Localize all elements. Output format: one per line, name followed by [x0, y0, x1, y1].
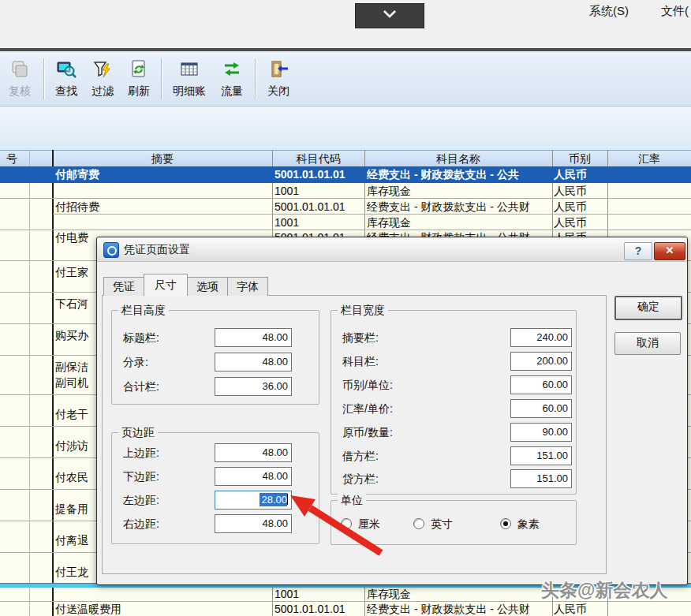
table-row-stub[interactable]: 购买办	[55, 329, 96, 343]
field-label: 币别/单位:	[342, 379, 393, 393]
toolbar-separator	[43, 58, 44, 99]
tab-options[interactable]: 选项	[187, 277, 228, 296]
radio-label[interactable]: 厘米	[358, 517, 380, 532]
right-margin-field[interactable]: 48.00	[215, 514, 292, 533]
field-label: 标题栏:	[123, 331, 159, 345]
refresh-icon	[129, 59, 149, 83]
col-header-account-code: 科目代码	[272, 152, 364, 166]
ok-button[interactable]: 确定	[614, 296, 682, 320]
collapse-dropdown-button[interactable]	[355, 3, 424, 28]
radio-label[interactable]: 英寸	[431, 517, 453, 532]
app-window: 系统(S) 文件( 复核 查找 过滤 刷新	[0, 0, 691, 616]
toolbar-separator	[255, 58, 256, 99]
col-header-number: 号	[0, 152, 24, 166]
field-label: 贷方栏:	[342, 472, 379, 487]
tab-voucher[interactable]: 凭证	[103, 277, 144, 296]
table-row-stub[interactable]: 付王家	[55, 266, 96, 280]
entry-height-field[interactable]: 48.00	[215, 353, 292, 371]
find-button[interactable]: 查找	[48, 55, 84, 103]
dialog-tabs: 凭证 尺寸 选项 字体	[103, 274, 267, 296]
bottom-margin-field[interactable]: 48.00	[215, 467, 292, 486]
exit-door-icon	[268, 59, 289, 83]
menu-file[interactable]: 文件(	[661, 4, 689, 19]
radio-inch[interactable]	[413, 518, 424, 529]
toolbar-lower-strip	[0, 106, 691, 150]
menu-system[interactable]: 系统(S)	[589, 4, 629, 19]
table-row-stub[interactable]: 副司机	[55, 376, 96, 390]
close-view-button[interactable]: 关闭	[260, 55, 297, 103]
radio-pixel[interactable]	[500, 518, 511, 529]
refresh-button[interactable]: 刷新	[121, 55, 157, 103]
col-header-exchange-rate: 汇率	[607, 152, 691, 166]
table-row-stub[interactable]: 付涉访	[55, 439, 96, 454]
group-legend: 页边距	[118, 426, 158, 440]
ledger-grid-icon	[179, 59, 200, 83]
field-label: 汇率/单价:	[342, 402, 393, 416]
field-label: 分录:	[123, 356, 148, 370]
title-menu-bar: 系统(S) 文件(	[0, 0, 691, 48]
cell-currency: 人民币	[554, 603, 606, 616]
table-header-row: 号 摘要 科目代码 科目名称 币别 汇率	[0, 150, 691, 168]
cashflow-button[interactable]: 流量	[213, 55, 251, 103]
dialog-titlebar[interactable]: 凭证页面设置 ? ✕	[97, 237, 687, 262]
table-row-stub[interactable]: 提备用	[55, 502, 96, 517]
group-legend: 单位	[338, 494, 366, 508]
window-divider	[0, 48, 691, 51]
currency-unit-width-field[interactable]: 60.00	[510, 375, 572, 394]
table-row-selected[interactable]: 付邮寄费 5001.01.01.01 经费支出 - 财政拨款支出 - 公共 人民…	[0, 166, 691, 183]
cell-account-code: 1001	[275, 216, 363, 229]
debit-width-field[interactable]: 151.00	[510, 446, 572, 465]
cell-currency: 人民币	[554, 185, 606, 199]
total-bar-height-field[interactable]: 36.00	[215, 377, 292, 396]
cell-account-code: 1001	[275, 588, 363, 600]
toolbar-separator	[161, 58, 162, 99]
page-margin-group: 页边距 上边距: 48.00 下边距: 48.00 左边距: 28.00 右边距…	[111, 432, 319, 544]
cell-summary: 付邮寄费	[55, 168, 268, 182]
column-width-group: 栏目宽度 摘要栏: 240.00 科目栏: 200.00 币别/单位: 60.0…	[331, 310, 577, 495]
cancel-button[interactable]: 取消	[614, 332, 681, 355]
left-margin-field[interactable]: 28.00	[215, 491, 292, 510]
grid-line	[52, 150, 54, 616]
cell-summary: 付送温暖费用	[55, 603, 268, 616]
field-label: 下边距:	[123, 470, 159, 484]
table-row-stub[interactable]: 付王龙	[55, 566, 96, 580]
title-bar-height-field[interactable]: 48.00	[215, 328, 292, 347]
radio-label[interactable]: 象素	[517, 517, 540, 532]
top-margin-field[interactable]: 48.00	[215, 443, 292, 462]
rate-price-width-field[interactable]: 60.00	[510, 399, 572, 418]
cell-account-code: 5001.01.01.01	[275, 168, 363, 181]
original-currency-width-field[interactable]: 90.00	[510, 423, 572, 442]
tab-font[interactable]: 字体	[227, 277, 268, 296]
table-row-stub[interactable]: 付离退	[55, 534, 96, 548]
col-header-currency: 币别	[552, 152, 607, 166]
dialog-title: 凭证页面设置	[124, 243, 190, 257]
unit-group: 单位 厘米 英寸 象素	[331, 500, 577, 545]
tab-size[interactable]: 尺寸	[144, 274, 188, 296]
cell-currency: 人民币	[554, 216, 606, 230]
watermark: 头条@新会农人	[541, 578, 667, 603]
cell-account-name: 经费支出 - 财政拨款支出 - 公共财	[367, 603, 551, 616]
grid-line	[29, 150, 30, 616]
radio-centimeter[interactable]	[341, 518, 352, 529]
filter-icon	[92, 59, 113, 83]
table-row-stub[interactable]: 付老干	[55, 408, 96, 422]
table-row-stub[interactable]: 下石河	[55, 297, 96, 312]
summary-width-field[interactable]: 240.00	[510, 328, 572, 347]
detail-ledger-button[interactable]: 明细账	[166, 55, 213, 103]
filter-button[interactable]: 过滤	[84, 55, 121, 103]
cell-account-name: 经费支出 - 财政拨款支出 - 公共财	[367, 200, 551, 215]
help-button[interactable]: ?	[624, 242, 652, 260]
credit-width-field[interactable]: 151.00	[510, 469, 572, 488]
cell-account-name: 库存现金	[367, 216, 551, 230]
cashflow-arrows-icon	[222, 59, 242, 83]
selected-text: 28.00	[260, 493, 287, 506]
voucher-page-setup-dialog: 凭证页面设置 ? ✕ 凭证 尺寸 选项 字体 栏目高度 标题栏: 48.00 分…	[96, 237, 688, 585]
field-label: 合计栏:	[123, 380, 159, 394]
cell-account-name: 经费支出 - 财政拨款支出 - 公共	[367, 168, 551, 182]
field-label: 借方栏:	[342, 450, 379, 464]
table-row-stub[interactable]: 付农民	[55, 471, 96, 485]
table-row-stub[interactable]: 副保洁	[55, 360, 96, 375]
account-width-field[interactable]: 200.00	[510, 352, 572, 371]
review-pages-icon	[9, 59, 30, 83]
close-icon[interactable]: ✕	[654, 242, 685, 260]
